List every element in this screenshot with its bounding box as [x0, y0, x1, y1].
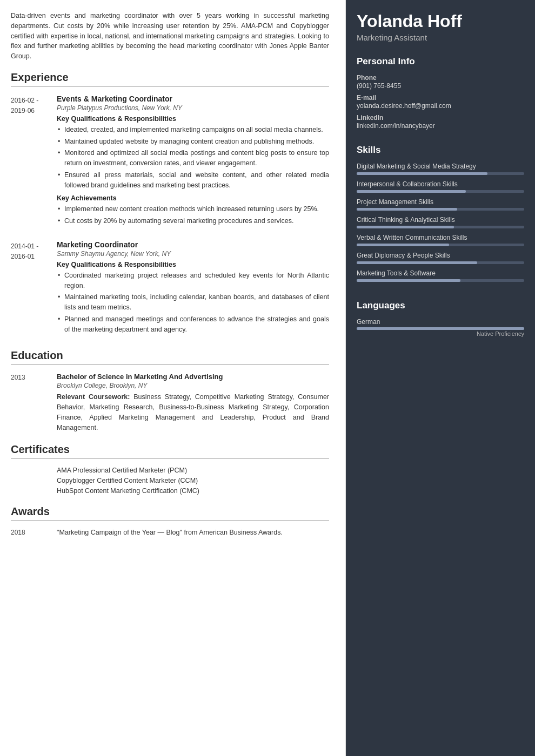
- edu-year: 2013: [11, 373, 57, 433]
- skill-item: Great Diplomacy & People Skills: [357, 252, 524, 264]
- personal-info-title: Personal Info: [357, 56, 524, 69]
- skill-bar-fill: [357, 244, 449, 246]
- certificate-item: HubSpot Content Marketing Certification …: [57, 487, 329, 495]
- awards-section: Awards 2018 "Marketing Campaign of the Y…: [11, 505, 329, 536]
- personal-info-section: Personal Info Phone (901) 765-8455 E-mai…: [346, 50, 535, 138]
- skill-name: Interpersonal & Collaboration Skills: [357, 180, 524, 188]
- achievement-bullet: Cut costs by 20% by automating several m…: [57, 216, 329, 226]
- skill-bar-fill: [357, 208, 457, 211]
- skills-section: Skills Digital Marketing & Social Media …: [346, 138, 535, 294]
- phone-value: (901) 765-8455: [357, 82, 524, 90]
- skill-name: Marketing Tools & Software: [357, 269, 524, 277]
- exp-company: Sammy Shaymu Agency, New York, NY: [57, 250, 329, 258]
- skill-bar-fill: [357, 190, 466, 193]
- skill-item: Project Management Skills: [357, 198, 524, 211]
- linkedin-label: LinkedIn: [357, 114, 524, 122]
- skill-bar-bg: [357, 261, 524, 264]
- certificate-item: AMA Professional Certified Marketer (PCM…: [57, 467, 329, 474]
- lang-name: German: [357, 318, 524, 326]
- skills-list: Digital Marketing & Social Media Strateg…: [357, 163, 524, 282]
- skill-item: Critical Thinking & Analytical Skills: [357, 216, 524, 228]
- certificates-title: Certificates: [11, 443, 329, 459]
- education-item: 2013 Bachelor of Science in Marketing An…: [11, 373, 329, 433]
- skill-bar-fill: [357, 279, 460, 282]
- person-name: Yolanda Hoff: [357, 12, 524, 31]
- skill-name: Great Diplomacy & People Skills: [357, 252, 524, 259]
- email-value: yolanda.desiree.hoff@gmail.com: [357, 102, 524, 110]
- languages-title: Languages: [357, 300, 524, 313]
- edu-coursework: Relevant Coursework: Business Strategy, …: [57, 392, 329, 433]
- qualification-bullet: Maintained updated website by managing c…: [57, 137, 329, 147]
- skill-bar-fill: [357, 172, 487, 175]
- qualification-bullet: Ensured all press materials, social and …: [57, 170, 329, 191]
- email-label: E-mail: [357, 94, 524, 102]
- exp-title: Events & Marketing Coordinator: [57, 94, 329, 103]
- awards-title: Awards: [11, 505, 329, 521]
- phone-label: Phone: [357, 74, 524, 82]
- award-item: 2018 "Marketing Campaign of the Year — B…: [11, 529, 329, 536]
- edu-degree: Bachelor of Science in Marketing And Adv…: [57, 373, 329, 381]
- award-text: "Marketing Campaign of the Year — Blog" …: [57, 529, 329, 536]
- skill-bar-bg: [357, 172, 524, 175]
- experience-list: 2016-02 -2019-06 Events & Marketing Coor…: [11, 94, 329, 339]
- certificates-section: Certificates AMA Professional Certified …: [11, 443, 329, 495]
- qualifications-label: Key Qualifications & Responsibilities: [57, 115, 329, 123]
- skill-item: Marketing Tools & Software: [357, 269, 524, 282]
- languages-list: German Native Proficiency: [357, 318, 524, 337]
- edu-content: Bachelor of Science in Marketing And Adv…: [57, 373, 329, 433]
- name-block: Yolanda Hoff Marketing Assistant: [346, 0, 535, 50]
- skill-name: Project Management Skills: [357, 198, 524, 206]
- skill-name: Critical Thinking & Analytical Skills: [357, 216, 524, 224]
- achievements-list: Implemented new content creation methods…: [57, 204, 329, 226]
- experience-item: 2016-02 -2019-06 Events & Marketing Coor…: [11, 94, 329, 231]
- left-column: Data-driven events and marketing coordin…: [0, 0, 346, 756]
- edu-school: Brooklyn College, Brooklyn, NY: [57, 382, 329, 389]
- right-column: Yolanda Hoff Marketing Assistant Persona…: [346, 0, 535, 756]
- language-item: German Native Proficiency: [357, 318, 524, 337]
- education-title: Education: [11, 349, 329, 365]
- skill-item: Digital Marketing & Social Media Strateg…: [357, 163, 524, 175]
- education-section: Education 2013 Bachelor of Science in Ma…: [11, 349, 329, 433]
- summary-text: Data-driven events and marketing coordin…: [11, 11, 329, 62]
- certificates-list: AMA Professional Certified Marketer (PCM…: [11, 467, 329, 495]
- skill-name: Digital Marketing & Social Media Strateg…: [357, 163, 524, 170]
- education-list: 2013 Bachelor of Science in Marketing An…: [11, 373, 329, 433]
- qualifications-list: Coordinated marketing project releases a…: [57, 271, 329, 335]
- lang-bar-fill: [357, 327, 524, 330]
- languages-section: Languages German Native Proficiency: [346, 294, 535, 348]
- experience-item: 2014-01 -2016-01 Marketing Coordinator S…: [11, 240, 329, 339]
- skill-item: Verbal & Written Communication Skills: [357, 234, 524, 246]
- skill-bar-bg: [357, 279, 524, 282]
- qualifications-label: Key Qualifications & Responsibilities: [57, 261, 329, 268]
- exp-content: Marketing Coordinator Sammy Shaymu Agenc…: [57, 240, 329, 339]
- experience-section: Experience 2016-02 -2019-06 Events & Mar…: [11, 71, 329, 339]
- award-year: 2018: [11, 529, 57, 536]
- qualification-bullet: Planned and managed meetings and confere…: [57, 314, 329, 335]
- lang-bar-bg: [357, 327, 524, 330]
- experience-title: Experience: [11, 71, 329, 87]
- lang-proficiency-label: Native Proficiency: [357, 330, 524, 337]
- qualification-bullet: Maintained marketing tools, including ca…: [57, 292, 329, 313]
- skill-name: Verbal & Written Communication Skills: [357, 234, 524, 241]
- exp-content: Events & Marketing Coordinator Purple Pl…: [57, 94, 329, 231]
- coursework-label: Relevant Coursework:: [57, 393, 130, 401]
- exp-company: Purple Platypus Productions, New York, N…: [57, 104, 329, 112]
- linkedin-value: linkedin.com/in/nancybayer: [357, 122, 524, 130]
- person-title: Marketing Assistant: [357, 33, 524, 42]
- certificate-item: Copyblogger Certified Content Marketer (…: [57, 477, 329, 484]
- qualification-bullet: Monitored and optimized all social media…: [57, 148, 329, 168]
- skills-title: Skills: [357, 145, 524, 157]
- awards-list: 2018 "Marketing Campaign of the Year — B…: [11, 529, 329, 536]
- qualification-bullet: Coordinated marketing project releases a…: [57, 271, 329, 291]
- skill-bar-fill: [357, 226, 454, 228]
- qualifications-list: Ideated, created, and implemented market…: [57, 125, 329, 191]
- skill-bar-bg: [357, 208, 524, 211]
- exp-dates: 2016-02 -2019-06: [11, 94, 57, 231]
- skill-bar-bg: [357, 244, 524, 246]
- skill-bar-bg: [357, 226, 524, 228]
- achievements-label: Key Achievements: [57, 194, 329, 202]
- skill-item: Interpersonal & Collaboration Skills: [357, 180, 524, 193]
- achievement-bullet: Implemented new content creation methods…: [57, 204, 329, 214]
- qualification-bullet: Ideated, created, and implemented market…: [57, 125, 329, 135]
- skill-bar-fill: [357, 261, 477, 264]
